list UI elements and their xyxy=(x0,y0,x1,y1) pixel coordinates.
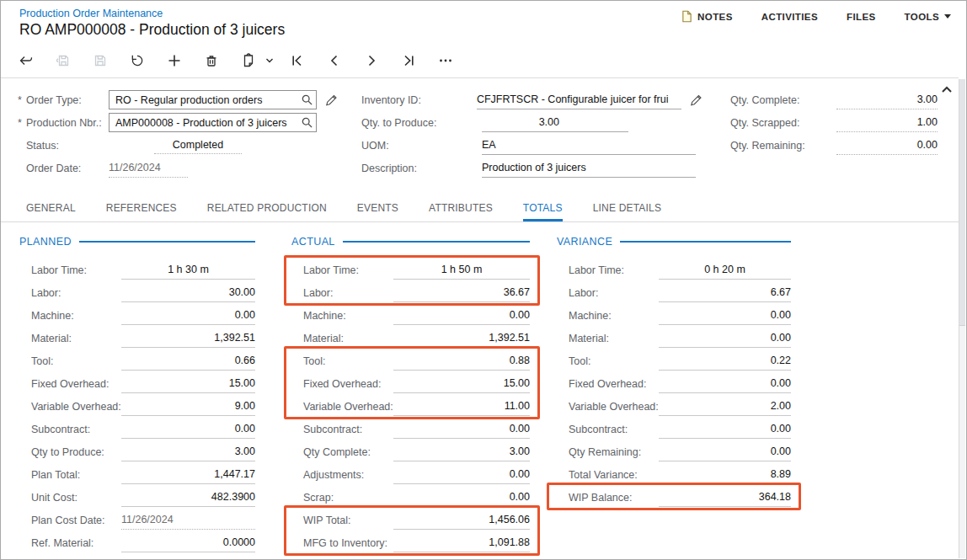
row-label: Tool: xyxy=(31,355,121,367)
note-icon xyxy=(681,10,692,23)
tab-related-production[interactable]: RELATED PRODUCTION xyxy=(207,195,327,221)
row-value: 0.0000 xyxy=(223,536,255,548)
row-value-field: 1 h 30 m xyxy=(121,261,255,280)
scrollbar-thumb[interactable] xyxy=(959,79,965,326)
row-value-field: 8.89 xyxy=(659,466,791,484)
tab-bar: GENERALREFERENCESRELATED PRODUCTIONEVENT… xyxy=(1,195,959,222)
row-label: Labor: xyxy=(31,287,121,299)
row-value-field: 0 h 20 m xyxy=(659,261,791,280)
row-value-field: 0.22 xyxy=(659,352,791,371)
field-label: Inventory ID: xyxy=(361,94,477,106)
next-record-button[interactable] xyxy=(353,46,390,75)
delete-button[interactable] xyxy=(193,46,230,75)
totals-row: Fixed Overhead:15.00 xyxy=(291,372,530,395)
vertical-scrollbar[interactable] xyxy=(959,79,965,558)
last-record-button[interactable] xyxy=(390,46,427,75)
row-value-field: 2.00 xyxy=(659,397,791,416)
field-value: 0.00 xyxy=(917,139,938,151)
row-value: 0.00 xyxy=(510,309,530,321)
tab-attributes[interactable]: ATTRIBUTES xyxy=(429,195,493,221)
more-button[interactable] xyxy=(427,46,464,75)
form-row: Qty. to Produce:3.00 xyxy=(361,111,702,134)
row-value-field: 1,392.51 xyxy=(393,329,530,348)
row-value-field: 364.18 xyxy=(659,488,791,507)
totals-row: Machine:0.00 xyxy=(19,304,255,327)
row-label: Subcontract: xyxy=(569,424,659,435)
chevron-down-icon xyxy=(265,56,274,65)
field-label: UOM: xyxy=(361,140,482,152)
field-label: Qty. to Produce: xyxy=(361,117,482,129)
magnifier-icon[interactable] xyxy=(301,93,313,106)
next-record-icon xyxy=(364,53,379,68)
totals-row: Adjustments:0.00 xyxy=(291,463,530,486)
section-heading-actual: ACTUAL xyxy=(291,235,530,248)
totals-row: Labor Time:0 h 20 m xyxy=(557,259,791,281)
tab-events[interactable]: EVENTS xyxy=(357,195,398,221)
row-value: 30.00 xyxy=(229,286,255,298)
form-row: Inventory ID:CFJFRTSCR - Configurable ju… xyxy=(361,88,702,111)
row-value-field: 15.00 xyxy=(121,375,255,393)
field-label: Order Type: xyxy=(26,94,109,106)
row-value: 0.00 xyxy=(771,332,791,344)
form-row: Qty. Complete:3.00 xyxy=(730,88,938,111)
row-value-field: 9.00 xyxy=(121,397,255,416)
number-field[interactable]: 3.00 xyxy=(482,113,628,132)
totals-section-actual: ACTUALLabor Time:1 h 50 mLabor:36.67Mach… xyxy=(291,235,530,554)
add-button[interactable] xyxy=(156,46,193,75)
toolbar xyxy=(1,43,959,78)
tab-references[interactable]: REFERENCES xyxy=(106,195,177,221)
text-field[interactable]: CFJFRTSCR - Configurable juicer for frui xyxy=(477,90,681,109)
totals-row: Labor:36.67 xyxy=(291,281,530,304)
row-value: 1,447.17 xyxy=(214,468,255,480)
field-value: AMP000008 - Production of 3 juicers xyxy=(115,117,301,129)
magnifier-icon[interactable] xyxy=(301,116,313,129)
row-value-field: 15.00 xyxy=(393,375,530,393)
menu-item-files[interactable]: FILES xyxy=(847,12,876,22)
row-label: WIP Total: xyxy=(303,515,393,526)
row-label: Variable Overhead: xyxy=(303,401,393,413)
row-value-field: 0.00 xyxy=(393,488,530,507)
row-value-field: 30.00 xyxy=(121,284,255,302)
lookup-field[interactable]: RO - Regular production orders xyxy=(109,90,317,109)
totals-row: Scrap:0.00 xyxy=(291,486,530,509)
row-label: Qty Remaining: xyxy=(569,446,659,458)
row-value-field: 36.67 xyxy=(393,284,530,302)
row-value: 0.00 xyxy=(771,377,791,389)
row-value: 482.3900 xyxy=(211,491,255,503)
undo-button[interactable] xyxy=(119,46,156,75)
menu-item-notes[interactable]: NOTES xyxy=(681,10,733,23)
section-rows: Labor Time:1 h 30 mLabor:30.00Machine:0.… xyxy=(19,259,255,554)
row-value: 364.18 xyxy=(759,491,791,503)
row-label: Tool: xyxy=(569,355,659,367)
totals-row: Labor:6.67 xyxy=(557,281,791,304)
tab-totals[interactable]: TOTALS xyxy=(523,195,563,221)
lookup-field[interactable]: AMP000008 - Production of 3 juicers xyxy=(109,113,317,132)
prev-record-button[interactable] xyxy=(316,46,353,75)
more-icon xyxy=(438,53,453,68)
tab-general[interactable]: GENERAL xyxy=(26,195,76,221)
row-value-field: 0.00 xyxy=(659,307,791,325)
row-value-field: 0.88 xyxy=(393,352,530,371)
tab-line-details[interactable]: LINE DETAILS xyxy=(593,195,662,221)
clipboard-menu-chevron[interactable] xyxy=(260,46,279,75)
pencil-icon[interactable] xyxy=(689,93,702,106)
pencil-icon[interactable] xyxy=(324,93,337,106)
row-value: 0 h 20 m xyxy=(704,264,745,275)
row-value-field: 1,447.17 xyxy=(121,466,255,484)
menu-item-activities[interactable]: ACTIVITIES xyxy=(761,12,818,22)
first-record-button[interactable] xyxy=(279,46,316,75)
text-field[interactable]: EA xyxy=(482,136,696,155)
undo-icon xyxy=(130,53,145,68)
back-button[interactable] xyxy=(8,46,45,75)
totals-row: Variable Overhead:9.00 xyxy=(19,395,255,418)
text-field[interactable]: Production of 3 juicers xyxy=(482,158,696,178)
row-value: 0.22 xyxy=(771,355,791,366)
totals-row: Total Variance:8.89 xyxy=(557,463,791,486)
field-label: Qty. Complete: xyxy=(730,94,833,106)
collapse-panel-icon[interactable] xyxy=(941,85,953,93)
menu-item-tools[interactable]: TOOLS xyxy=(905,12,951,22)
breadcrumb[interactable]: Production Order Maintenance xyxy=(19,8,163,19)
row-value: 0.00 xyxy=(235,423,255,435)
row-label: Adjustments: xyxy=(303,469,393,481)
row-label: Labor: xyxy=(303,287,393,299)
